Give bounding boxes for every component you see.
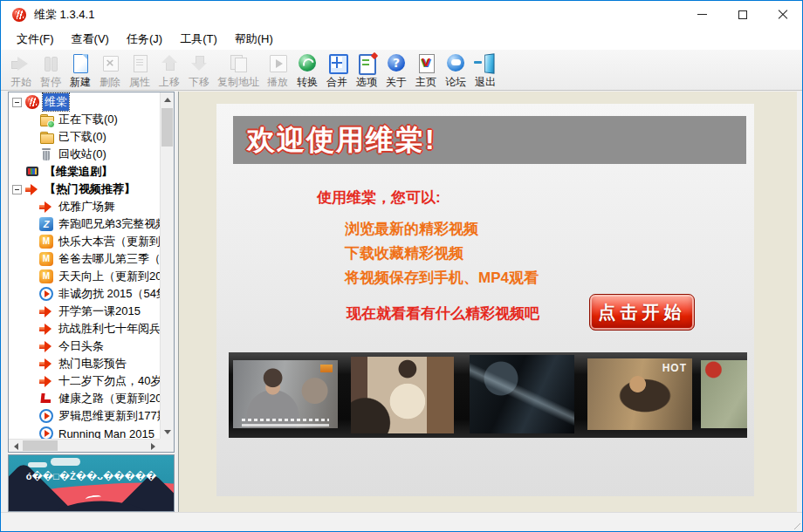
merge-icon [326, 52, 348, 74]
tv-icon [25, 165, 39, 179]
cloud-graphic [51, 458, 80, 466]
tree-item-vidown-root[interactable]: 维棠 [9, 93, 160, 111]
main-content-panel: 欢迎使用维棠! 使用维棠，您可以: 浏览最新的精彩视频 下载收藏精彩视频 将视频… [178, 92, 797, 512]
app-logo-icon [12, 8, 26, 22]
tree-item-recycle-bin[interactable]: 回收站(0) [9, 146, 160, 163]
toolbar-start[interactable]: 开始 [6, 51, 36, 91]
tree-item[interactable]: 罗辑思维更新到177期 [9, 407, 160, 425]
toolbar-exit[interactable]: 退出 [470, 51, 500, 91]
arrow-down-icon [164, 430, 171, 434]
scroll-right-button[interactable] [146, 440, 160, 453]
video-thumbnail[interactable] [351, 357, 454, 433]
tree-item-downloaded[interactable]: 已下载(0) [9, 128, 160, 146]
app-window: 维棠 1.3.4.1 文件(F) 查看(V) 任务(J) 工具(T) 帮助(H)… [0, 0, 803, 532]
play-icon [266, 52, 289, 74]
welcome-page: 欢迎使用维棠! 使用维棠，您可以: 浏览最新的精彩视频 下载收藏精彩视频 将视频… [216, 104, 754, 496]
title-bar: 维棠 1.3.4.1 [1, 1, 802, 29]
toolbar-new-task[interactable]: 新建 [65, 51, 95, 91]
category-tree: 维棠 正在下载(0) 已下载(0) 回收站(0) 【维棠追剧】 【热门视频推荐】… [9, 92, 160, 439]
toolbar-convert[interactable]: 转换 [292, 51, 322, 91]
toolbar-copy-url[interactable]: 复制地址 [214, 51, 263, 91]
tree-item[interactable]: 热门电影预告 [9, 355, 160, 372]
tree-item-downloading[interactable]: 正在下载(0) [9, 111, 160, 128]
video-thumbnail[interactable]: HOT [587, 358, 692, 430]
properties-icon [128, 52, 151, 74]
video-thumbnail[interactable] [701, 360, 747, 428]
close-button[interactable] [763, 1, 802, 28]
tree-item[interactable]: 今日头条 [9, 338, 160, 355]
toolbar-forum[interactable]: 论坛 [441, 51, 470, 91]
menu-bar: 文件(F) 查看(V) 任务(J) 工具(T) 帮助(H) [1, 29, 802, 50]
intro-heading: 使用维棠，您可以: [317, 188, 441, 208]
toolbar-move-up[interactable]: 上移 [154, 51, 184, 91]
tree-item[interactable]: 优雅广场舞 [9, 198, 160, 215]
feature-item: 浏览最新的精彩视频 [345, 219, 539, 243]
scrollbar-corner [160, 439, 174, 452]
tree-item[interactable]: Running Man 2015 [9, 425, 160, 439]
banner-text: ó��□�Ż��ᴗ����� [9, 471, 174, 482]
minimize-icon [697, 14, 707, 15]
menu-file[interactable]: 文件(F) [8, 30, 63, 49]
collapse-icon[interactable] [12, 98, 22, 107]
vidown-logo-icon [25, 95, 39, 109]
maximize-button[interactable] [723, 1, 762, 28]
forum-icon [444, 52, 467, 74]
tree-horizontal-scrollbar[interactable] [9, 439, 160, 452]
tree-item[interactable]: 抗战胜利七十年阅兵 [9, 320, 160, 338]
feature-list: 浏览最新的精彩视频 下载收藏精彩视频 将视频保存到手机、MP4观看 [345, 219, 539, 292]
scroll-up-button[interactable] [161, 92, 175, 106]
trash-icon [39, 147, 53, 161]
menu-help[interactable]: 帮助(H) [226, 30, 282, 49]
folder-icon [39, 130, 53, 144]
tree-item[interactable]: 天天向上（更新到201 [9, 268, 160, 285]
toolbar-properties[interactable]: 属性 [125, 51, 154, 91]
options-icon [355, 52, 378, 74]
toolbar-play[interactable]: 播放 [263, 51, 292, 91]
tree-item[interactable]: 开学第一课2015 [9, 303, 160, 320]
move-up-icon [158, 52, 181, 74]
homepage-icon [415, 52, 437, 74]
arrow-right-icon [151, 443, 155, 450]
welcome-banner: 欢迎使用维棠! [233, 116, 746, 164]
collapse-icon[interactable] [12, 185, 22, 194]
window-title: 维棠 1.3.4.1 [34, 1, 94, 29]
toolbar-pause[interactable]: 暂停 [36, 51, 65, 91]
minimize-button[interactable] [683, 1, 722, 28]
move-down-icon [188, 52, 210, 74]
scroll-down-button[interactable] [161, 425, 175, 439]
start-now-button[interactable]: 点击开始 [589, 294, 695, 331]
about-icon [385, 52, 408, 74]
tree-item[interactable]: 爸爸去哪儿第三季（更 [9, 250, 160, 268]
resize-grip-icon[interactable] [789, 518, 800, 529]
toolbar: 开始 暂停 新建 删除 属性 上移 下移 复制地址 播放 转换 合并 选项 关于… [1, 50, 802, 91]
toolbar-move-down[interactable]: 下移 [184, 51, 214, 91]
toolbar-homepage[interactable]: 主页 [411, 51, 441, 91]
red-arrow-icon [39, 357, 53, 371]
scroll-left-button[interactable] [9, 440, 23, 453]
tree-item-drama[interactable]: 【维棠追剧】 [9, 163, 160, 181]
scrollbar-thumb[interactable] [23, 440, 58, 451]
menu-task[interactable]: 任务(J) [118, 30, 171, 49]
toolbar-about[interactable]: 关于 [381, 51, 411, 91]
tree-item[interactable]: 奔跑吧兄弟3完整视频 [9, 215, 160, 233]
convert-icon [296, 52, 319, 74]
promo-banner[interactable]: ó��□�Ż��ᴗ����� [8, 454, 175, 512]
toolbar-merge[interactable]: 合并 [322, 51, 352, 91]
toolbar-delete[interactable]: 删除 [95, 51, 125, 91]
delete-icon [99, 52, 121, 74]
red-arrow-icon [39, 304, 53, 318]
tree-vertical-scrollbar[interactable] [160, 92, 174, 439]
menu-tools[interactable]: 工具(T) [171, 30, 226, 49]
tree-item-hot-videos[interactable]: 【热门视频推荐】 [9, 181, 160, 198]
video-thumbnail[interactable] [233, 360, 338, 428]
tree-item[interactable]: 十二岁下勿点，40岁 [9, 372, 160, 390]
pause-icon [39, 52, 62, 74]
download-badge-icon [47, 120, 55, 128]
tree-item[interactable]: 非诚勿扰 2015（54集 [9, 285, 160, 303]
tree-item[interactable]: 快乐大本营（更新到2 [9, 233, 160, 250]
video-thumbnail[interactable] [470, 355, 574, 433]
scrollbar-thumb[interactable] [161, 108, 173, 147]
tree-item[interactable]: 健康之路（更新到201 [9, 390, 160, 407]
toolbar-options[interactable]: 选项 [352, 51, 381, 91]
menu-view[interactable]: 查看(V) [63, 30, 118, 49]
